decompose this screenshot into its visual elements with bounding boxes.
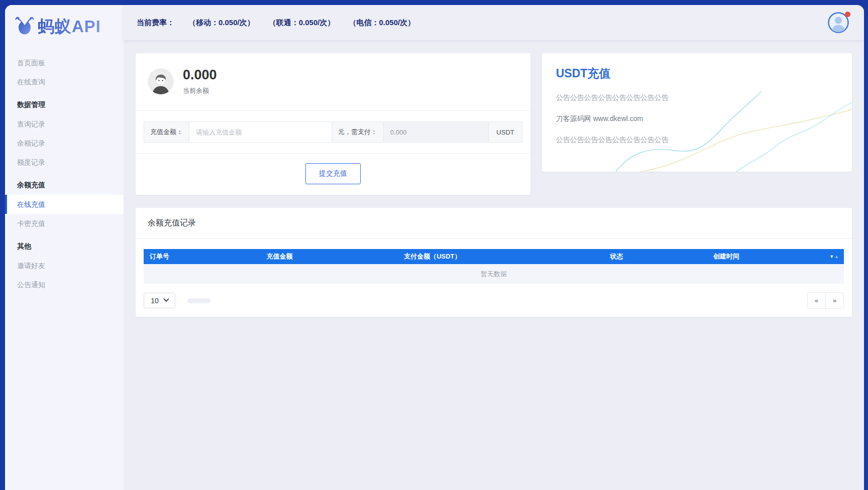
announcement-line: 公告公告公告公告公告公告公告公告: [556, 93, 838, 102]
balance-card: 0.000 当前余额 充值金额： 元，需支付： USDT: [136, 53, 530, 195]
current-rates: 当前费率： （移动：0.050/次） （联通：0.050/次） （电信：0.05…: [137, 18, 415, 28]
decorative-waves: [611, 91, 852, 172]
user-avatar[interactable]: [828, 12, 849, 33]
recharge-amount-input[interactable]: [189, 122, 332, 142]
sidebar-item-0[interactable]: 首页面板: [5, 53, 124, 72]
recharge-amount-label: 充值金额：: [144, 122, 189, 142]
rates-label: 当前费率：: [137, 18, 174, 28]
sidebar-item-1[interactable]: 在线查询: [5, 72, 124, 91]
records-card: 余额充值记录 订单号充值金额支付金额（USDT）状态创建时间 ▼▲ 暂无数据 1…: [136, 208, 852, 317]
logo: 蚂蚁API: [5, 5, 124, 48]
next-page-button[interactable]: »: [825, 292, 844, 309]
rate-mobile: （移动：0.050/次）: [188, 18, 255, 28]
rate-telecom: （电信：0.050/次）: [349, 18, 415, 28]
page-size-value: 10: [151, 297, 159, 305]
sidebar: 蚂蚁API 首页面板在线查询数据管理查询记录余额记录额度记录余额充值在线充值卡密…: [5, 5, 124, 490]
sidebar-item-7[interactable]: 在线充值: [5, 195, 124, 214]
submit-recharge-button[interactable]: 提交充值: [305, 163, 361, 184]
balance-label: 当前余额: [183, 86, 217, 95]
sort-icon[interactable]: ▼▲: [829, 255, 839, 259]
app-window: 蚂蚁API 首页面板在线查询数据管理查询记录余额记录额度记录余额充值在线充值卡密…: [5, 5, 864, 490]
table-header: 订单号充值金额支付金额（USDT）状态创建时间 ▼▲: [144, 249, 844, 264]
column-header-0: 订单号: [150, 252, 267, 261]
ant-logo-icon: [15, 16, 34, 38]
usdt-panel-title: USDT充值: [556, 66, 838, 81]
sidebar-item-10[interactable]: 邀请好友: [5, 256, 124, 275]
rate-unicom: （联通：0.050/次）: [269, 18, 335, 28]
sidebar-section-9: 其他: [5, 236, 124, 256]
balance-avatar: [148, 68, 174, 94]
main-area: 当前费率： （移动：0.050/次） （联通：0.050/次） （电信：0.05…: [124, 5, 864, 490]
page-content: 0.000 当前余额 充值金额： 元，需支付： USDT: [124, 40, 864, 490]
pagination: 10 « »: [144, 292, 844, 309]
topbar: 当前费率： （移动：0.050/次） （联通：0.050/次） （电信：0.05…: [124, 5, 864, 40]
records-title: 余额充值记录: [136, 208, 852, 239]
sidebar-item-3[interactable]: 查询记录: [5, 114, 124, 134]
sidebar-section-6: 余额充值: [5, 175, 124, 195]
prev-page-button[interactable]: «: [807, 292, 826, 309]
pay-amount-label: 元，需支付：: [332, 122, 384, 142]
sidebar-item-11[interactable]: 公告通知: [5, 275, 124, 294]
column-header-1: 充值金额: [267, 252, 404, 261]
column-header-4: 创建时间: [713, 252, 837, 261]
sidebar-section-2: 数据管理: [5, 94, 124, 114]
sort-asc-icon: ▲: [834, 254, 839, 259]
column-header-3: 状态: [610, 252, 713, 261]
announcement-line: 公告公告公告公告公告公告公告公告: [556, 136, 838, 145]
recharge-form: 充值金额： 元，需支付： USDT: [144, 121, 522, 143]
page-info-placeholder: [187, 298, 210, 303]
usdt-panel: USDT充值 公告公告公告公告公告公告公告公告 刀客源码网 www.dkewl.…: [542, 53, 852, 172]
currency-suffix: USDT: [488, 122, 521, 142]
balance-amount: 0.000: [183, 67, 217, 83]
logo-text: 蚂蚁API: [38, 16, 101, 38]
sidebar-item-5[interactable]: 额度记录: [5, 153, 124, 172]
column-header-2: 支付金额（USDT）: [404, 252, 610, 261]
sort-desc-icon: ▼: [829, 254, 834, 259]
pay-amount-value: [384, 122, 488, 142]
table-empty-state: 暂无数据: [144, 264, 844, 284]
notification-dot: [845, 12, 850, 17]
sidebar-item-8[interactable]: 卡密充值: [5, 214, 124, 233]
page-size-select[interactable]: 10: [144, 293, 175, 308]
sidebar-menu: 首页面板在线查询数据管理查询记录余额记录额度记录余额充值在线充值卡密充值其他邀请…: [5, 48, 124, 490]
sidebar-item-4[interactable]: 余额记录: [5, 134, 124, 153]
chevron-down-icon: [163, 296, 169, 302]
announcement-site: 刀客源码网 www.dkewl.com: [556, 114, 838, 124]
